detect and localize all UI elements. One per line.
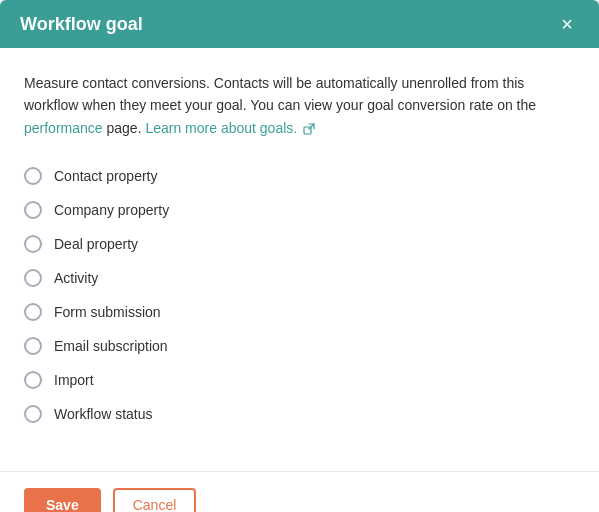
option-label-import[interactable]: Import (54, 372, 94, 388)
radio-company[interactable] (24, 201, 42, 219)
learn-more-link[interactable]: Learn more about goals. (145, 120, 315, 136)
modal-header: Workflow goal × (0, 0, 599, 48)
description-text: Measure contact conversions. Contacts wi… (24, 72, 575, 139)
cancel-button[interactable]: Cancel (113, 488, 197, 512)
option-item-workflow[interactable]: Workflow status (24, 397, 575, 431)
radio-deal[interactable] (24, 235, 42, 253)
modal-body: Measure contact conversions. Contacts wi… (0, 48, 599, 471)
option-label-deal[interactable]: Deal property (54, 236, 138, 252)
option-item-company[interactable]: Company property (24, 193, 575, 227)
option-item-form[interactable]: Form submission (24, 295, 575, 329)
option-item-deal[interactable]: Deal property (24, 227, 575, 261)
option-item-contact[interactable]: Contact property (24, 159, 575, 193)
close-button[interactable]: × (555, 12, 579, 36)
save-button[interactable]: Save (24, 488, 101, 512)
option-label-form[interactable]: Form submission (54, 304, 161, 320)
option-label-email[interactable]: Email subscription (54, 338, 168, 354)
radio-email[interactable] (24, 337, 42, 355)
workflow-goal-modal: Workflow goal × Measure contact conversi… (0, 0, 599, 512)
option-item-email[interactable]: Email subscription (24, 329, 575, 363)
description-middle: page. (103, 120, 146, 136)
option-label-workflow[interactable]: Workflow status (54, 406, 153, 422)
radio-workflow[interactable] (24, 405, 42, 423)
modal-footer: Save Cancel (0, 471, 599, 512)
performance-link[interactable]: performance (24, 120, 103, 136)
option-item-import[interactable]: Import (24, 363, 575, 397)
option-label-activity[interactable]: Activity (54, 270, 98, 286)
radio-contact[interactable] (24, 167, 42, 185)
external-link-icon (303, 123, 315, 135)
radio-activity[interactable] (24, 269, 42, 287)
description-prefix: Measure contact conversions. Contacts wi… (24, 75, 536, 113)
radio-form[interactable] (24, 303, 42, 321)
modal-title: Workflow goal (20, 14, 143, 35)
radio-import[interactable] (24, 371, 42, 389)
option-item-activity[interactable]: Activity (24, 261, 575, 295)
options-list: Contact property Company property Deal p… (24, 159, 575, 431)
option-label-company[interactable]: Company property (54, 202, 169, 218)
option-label-contact[interactable]: Contact property (54, 168, 158, 184)
